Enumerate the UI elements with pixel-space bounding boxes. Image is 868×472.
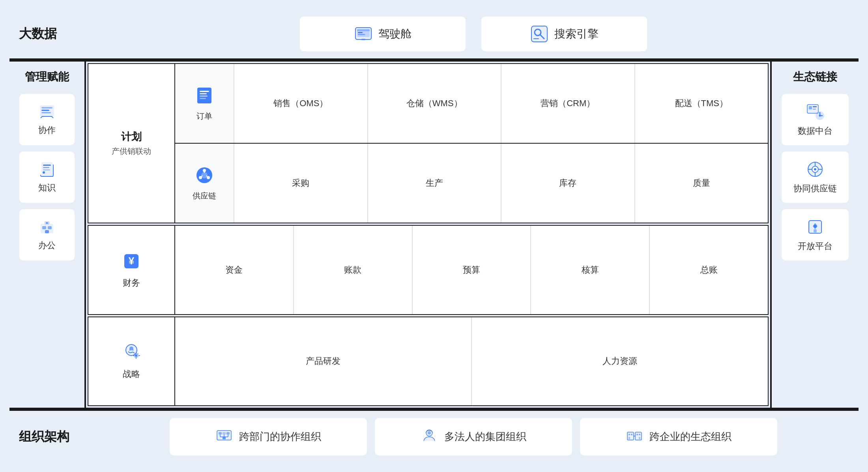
svg-point-42 [129,349,131,351]
svg-rect-46 [136,352,137,354]
strategy-row: 战略 产品研发 人力资源 [88,317,769,406]
order-module-col: 订单 [175,64,234,143]
dashboard-icon [354,24,373,43]
supplychain-row: 供应链 采购 生产 库存 [175,144,768,223]
svg-rect-53 [813,106,817,107]
cross-dept-icon [215,427,233,447]
svg-point-24 [46,222,48,224]
main-container: 大数据 驾驶舱 [9,9,859,463]
plan-cell-inventory[interactable]: 库存 [501,144,635,223]
plan-cell-crm[interactable]: 营销（CRM） [501,64,635,143]
plan-cell-tms[interactable]: 配送（TMS） [635,64,768,143]
svg-point-34 [199,176,202,179]
strategy-label: 战略 [123,368,140,380]
svg-point-31 [201,172,208,178]
plan-cell-purchase[interactable]: 采购 [234,144,368,223]
order-row: 订单 销售（OMS） 仓储（WMS） 营销（CRM） [175,64,768,144]
plan-cell-oms[interactable]: 销售（OMS） [234,64,368,143]
svg-point-45 [135,354,137,357]
office-label: 办公 [38,240,56,251]
management-panel: 管理赋能 协作 [9,62,84,408]
order-label: 订单 [196,111,212,122]
knowledge-label: 知识 [38,182,56,194]
cross-dept-card[interactable]: 跨部门的协作组织 [170,418,367,455]
svg-point-18 [43,171,45,174]
supplychain-icon [194,165,215,187]
plan-cell-wms[interactable]: 仓储（WMS） [368,64,502,143]
plan-cell-quality[interactable]: 质量 [635,144,768,223]
svg-rect-81 [629,434,630,435]
svg-rect-69 [219,432,222,435]
collaboration-icon [38,103,56,120]
strategy-cells: 产品研发 人力资源 [175,317,768,405]
svg-rect-49 [138,355,140,356]
svg-rect-28 [200,96,208,97]
cockpit-card[interactable]: 驾驶舱 [300,17,466,51]
order-icon [194,85,215,108]
finance-icon: ¥ [121,251,142,274]
knowledge-card[interactable]: 知识 [19,152,75,203]
strategy-cell-hr[interactable]: 人力资源 [472,317,768,405]
svg-point-56 [819,115,821,117]
office-card[interactable]: 办公 [19,209,75,260]
svg-rect-15 [43,165,51,166]
finance-cell-capital[interactable]: 资金 [175,226,294,314]
plan-main-label: 计划 [121,130,142,144]
svg-rect-2 [357,29,370,31]
search-engine-label: 搜索引擎 [554,26,599,41]
knowledge-icon [38,161,56,178]
finance-cell-accounts[interactable]: 账款 [294,226,413,314]
svg-rect-48 [133,355,135,356]
supplychain-module-col: 供应链 [175,144,234,223]
finance-cell-accounting[interactable]: 核算 [531,226,650,314]
strategy-cell-rd[interactable]: 产品研发 [175,317,472,405]
svg-line-37 [202,176,202,176]
strategy-icon [121,342,142,365]
center-panel: 计划 产供销联动 [86,62,770,408]
top-divider [9,58,859,62]
svg-rect-80 [635,432,642,440]
svg-point-43 [132,349,134,351]
svg-rect-17 [43,169,50,170]
svg-rect-3 [358,32,363,33]
cockpit-label: 驾驶舱 [378,26,412,41]
svg-rect-52 [809,106,812,109]
supplychain-cells: 采购 生产 库存 质量 [234,144,768,223]
svg-point-78 [428,431,431,435]
search-engine-card[interactable]: 搜索引擎 [481,17,647,51]
finance-label-col: ¥ 财务 [88,226,175,314]
svg-rect-47 [136,357,137,359]
org-cards: 跨部门的协作组织 多法人的集团组织 [88,418,859,455]
svg-rect-86 [639,437,640,439]
finance-cell-ledger[interactable]: 总账 [650,226,768,314]
svg-rect-79 [627,432,634,440]
collaboration-label: 协作 [38,124,56,136]
finance-cell-budget[interactable]: 预算 [413,226,531,314]
svg-point-33 [207,176,210,179]
bottom-divider [9,408,859,411]
multi-entity-card[interactable]: 多法人的集团组织 [375,418,572,455]
open-platform-icon [806,217,825,236]
svg-line-36 [206,176,207,176]
supplychain-label: 供应链 [193,191,216,201]
plan-sub-label: 产供销联动 [112,146,151,157]
svg-rect-76 [223,437,226,439]
finance-cells: 资金 账款 预算 核算 总账 [175,226,768,314]
svg-rect-71 [226,432,230,435]
ecosystem-label: 生态链接 [793,69,837,84]
plan-label-col: 计划 产供销联动 [88,64,175,223]
plan-cell-production[interactable]: 生产 [368,144,502,223]
strategy-label-col: 战略 [88,317,175,405]
collaboration-card[interactable]: 协作 [19,94,75,145]
org-label: 组织架构 [9,418,88,455]
open-platform-card[interactable]: 开放平台 [782,209,849,260]
big-data-section: 大数据 驾驶舱 [9,9,859,58]
svg-rect-85 [639,434,640,435]
data-platform-card[interactable]: 数据中台 [782,94,849,145]
cross-enterprise-label: 跨企业的生态组织 [649,430,731,444]
supply-chain-eco-card[interactable]: 协同供应链 [782,152,849,203]
svg-rect-70 [223,432,226,435]
svg-rect-13 [41,112,51,113]
cross-enterprise-card[interactable]: 跨企业的生态组织 [580,418,777,455]
svg-rect-22 [48,226,52,229]
